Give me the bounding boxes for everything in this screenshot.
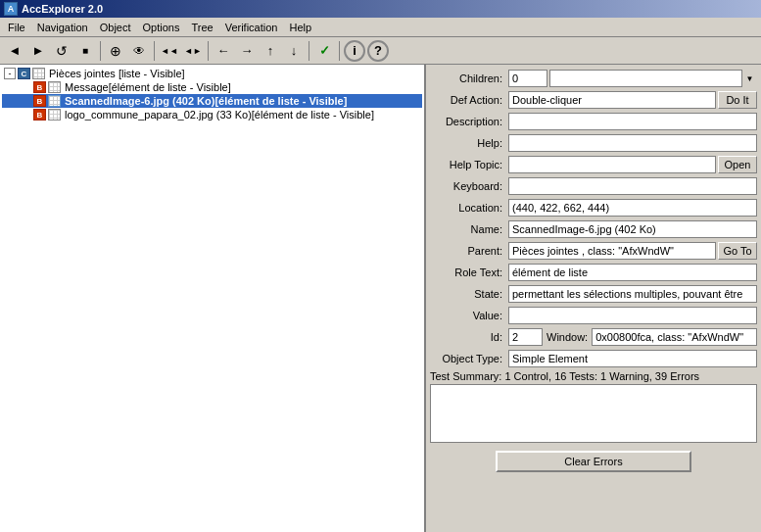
location-label: Location: bbox=[430, 202, 508, 214]
menu-navigation[interactable]: Navigation bbox=[31, 20, 94, 35]
id-row: Id: Window: bbox=[430, 327, 757, 347]
state-value[interactable] bbox=[508, 285, 757, 303]
keyboard-value[interactable] bbox=[508, 177, 757, 195]
spy-button[interactable]: 👁 bbox=[128, 40, 150, 62]
description-value[interactable] bbox=[508, 113, 757, 130]
separator-2 bbox=[154, 41, 155, 61]
title-bar: A AccExplorer 2.0 bbox=[0, 0, 761, 18]
icon-c-root: C bbox=[18, 68, 30, 79]
window-value[interactable] bbox=[592, 328, 757, 346]
value-label: Value: bbox=[430, 310, 508, 321]
stop-button[interactable]: ■ bbox=[74, 40, 96, 62]
right-panel: Children: ▼ Def Action: Do It Descriptio… bbox=[426, 65, 761, 532]
down-button[interactable]: ↓ bbox=[283, 40, 305, 62]
separator-3 bbox=[208, 41, 209, 61]
toolbar: ◄ ► ↺ ■ ⊕ 👁 ◄◄ ◄► ← → ↑ ↓ ✓ i ? bbox=[0, 37, 761, 65]
tree-item-child3[interactable]: B logo_commune_papara_02.jpg (33 Ko)[élé… bbox=[2, 108, 422, 121]
children-value[interactable] bbox=[508, 70, 547, 87]
info-button[interactable]: i bbox=[344, 40, 365, 62]
tree-item-child2[interactable]: B ScannedImage-6.jpg (402 Ko)[élément de… bbox=[2, 94, 422, 108]
up-button[interactable]: ↑ bbox=[260, 40, 281, 62]
open-button[interactable]: Open bbox=[718, 156, 757, 173]
children-select[interactable] bbox=[549, 70, 757, 87]
tree-item-child1[interactable]: B Message[élément de liste - Visible] bbox=[2, 80, 422, 94]
help-topic-row: Help Topic: Open bbox=[430, 155, 757, 174]
test-summary-label: Test Summary: 1 Control, 16 Tests: 1 War… bbox=[430, 370, 757, 382]
help-topic-label: Help Topic: bbox=[430, 159, 508, 170]
role-text-value[interactable] bbox=[508, 264, 757, 281]
refresh-button[interactable]: ↺ bbox=[51, 40, 72, 62]
prev-prev-button[interactable]: ◄◄ bbox=[159, 40, 180, 62]
description-label: Description: bbox=[430, 116, 508, 127]
id-label: Id: bbox=[430, 331, 508, 343]
crosshair-button[interactable]: ⊕ bbox=[105, 40, 126, 62]
location-row: Location: bbox=[430, 198, 757, 218]
object-type-value[interactable] bbox=[508, 350, 757, 367]
check-button[interactable]: ✓ bbox=[313, 40, 335, 62]
help-topic-value[interactable] bbox=[508, 156, 716, 173]
expand-root[interactable]: - bbox=[4, 68, 16, 79]
def-action-value[interactable] bbox=[508, 91, 716, 109]
location-value[interactable] bbox=[508, 199, 757, 217]
icon-grid-child1 bbox=[48, 81, 61, 93]
role-text-row: Role Text: bbox=[430, 263, 757, 282]
state-row: State: bbox=[430, 284, 757, 304]
def-action-row: Def Action: Do It bbox=[430, 90, 757, 110]
app-icon: A bbox=[4, 2, 18, 16]
keyboard-row: Keyboard: bbox=[430, 176, 757, 196]
def-action-label: Def Action: bbox=[430, 94, 508, 106]
separator-1 bbox=[100, 41, 101, 61]
icon-b-child2: B bbox=[33, 95, 46, 107]
menu-file[interactable]: File bbox=[2, 20, 31, 35]
clear-errors-button[interactable]: Clear Errors bbox=[496, 451, 691, 472]
parent-label: Parent: bbox=[430, 245, 508, 257]
do-it-button[interactable]: Do It bbox=[718, 91, 757, 109]
menu-help[interactable]: Help bbox=[283, 20, 317, 35]
name-row: Name: bbox=[430, 219, 757, 239]
forward-button[interactable]: ► bbox=[27, 40, 49, 62]
value-row: Value: bbox=[430, 306, 757, 325]
keyboard-label: Keyboard: bbox=[430, 180, 508, 192]
tree-item-root[interactable]: - C Pièces jointes [liste - Visible] bbox=[2, 67, 422, 80]
id-value[interactable] bbox=[508, 328, 543, 346]
menu-options[interactable]: Options bbox=[137, 20, 186, 35]
value-field[interactable] bbox=[508, 307, 757, 324]
tree-label-child1: Message[élément de liste - Visible] bbox=[65, 81, 231, 93]
tree-area: - C Pièces jointes [liste - Visible] B M… bbox=[0, 65, 424, 532]
left-panel: - C Pièces jointes [liste - Visible] B M… bbox=[0, 65, 426, 532]
tree-label-child3: logo_commune_papara_02.jpg (33 Ko)[éléme… bbox=[65, 109, 374, 121]
test-summary-area: Test Summary: 1 Control, 16 Tests: 1 War… bbox=[430, 370, 757, 445]
name-value[interactable] bbox=[508, 220, 757, 238]
separator-5 bbox=[339, 41, 340, 61]
icon-b-child3: B bbox=[33, 109, 46, 121]
help-value[interactable] bbox=[508, 134, 757, 152]
main-content: - C Pièces jointes [liste - Visible] B M… bbox=[0, 65, 761, 532]
icon-grid-child2 bbox=[48, 95, 61, 107]
right-button[interactable]: → bbox=[236, 40, 258, 62]
role-text-label: Role Text: bbox=[430, 266, 508, 278]
object-type-row: Object Type: bbox=[430, 349, 757, 368]
back-button[interactable]: ◄ bbox=[4, 40, 25, 62]
menu-bar: File Navigation Object Options Tree Veri… bbox=[0, 18, 761, 37]
tree-label-root: Pièces jointes [liste - Visible] bbox=[49, 68, 185, 79]
help-button[interactable]: ? bbox=[367, 40, 389, 62]
children-label: Children: bbox=[430, 73, 508, 84]
menu-tree[interactable]: Tree bbox=[185, 20, 218, 35]
menu-object[interactable]: Object bbox=[94, 20, 137, 35]
test-summary-content[interactable] bbox=[430, 384, 757, 443]
parent-value[interactable] bbox=[508, 242, 716, 260]
prev-next-button[interactable]: ◄► bbox=[182, 40, 204, 62]
description-row: Description: bbox=[430, 112, 757, 131]
icon-grid-root bbox=[32, 68, 45, 79]
icon-grid-child3 bbox=[48, 109, 61, 121]
goto-button[interactable]: Go To bbox=[718, 242, 757, 260]
name-label: Name: bbox=[430, 223, 508, 235]
separator-4 bbox=[309, 41, 309, 61]
object-type-label: Object Type: bbox=[430, 353, 508, 364]
menu-verification[interactable]: Verification bbox=[219, 20, 284, 35]
left-button[interactable]: ← bbox=[213, 40, 234, 62]
parent-row: Parent: Go To bbox=[430, 241, 757, 261]
window-label: Window: bbox=[543, 331, 592, 343]
help-row: Help: bbox=[430, 133, 757, 153]
tree-label-child2: ScannedImage-6.jpg (402 Ko)[élément de l… bbox=[65, 95, 347, 107]
